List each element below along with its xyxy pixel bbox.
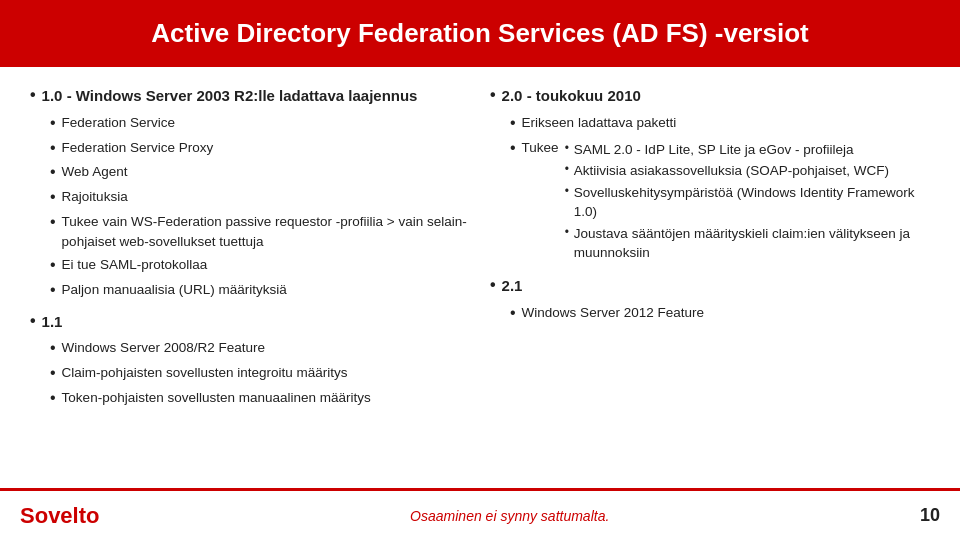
list-item: Paljon manuaalisia (URL) määrityksiä (50, 280, 470, 301)
version-2-0-title: 2.0 - toukokuu 2010 (490, 85, 930, 107)
list-item: Erikseen ladattava paketti (510, 113, 930, 134)
list-item: Ei tue SAML-protokollaa (50, 255, 470, 276)
page-header: Active Directory Federation Services (AD… (0, 0, 960, 67)
list-item: Aktiivisia asiakassovelluksia (SOAP-pohj… (565, 161, 930, 181)
list-item: Claim-pohjaisten sovellusten integroitu … (50, 363, 470, 384)
version-2-0-list: Erikseen ladattava paketti Tukee SAML 2.… (490, 113, 930, 265)
list-item: SAML 2.0 - IdP Lite, SP Lite ja eGov - p… (565, 140, 930, 160)
version-1-1-list: Windows Server 2008/R2 Feature Claim-poh… (30, 338, 470, 408)
list-item: Joustava sääntöjen määrityskieli claim:i… (565, 224, 930, 263)
left-column: 1.0 - Windows Server 2003 R2:lle ladatta… (30, 85, 470, 473)
footer-tagline: Osaaminen ei synny sattumalta. (410, 508, 609, 524)
version-1-0-list: Federation Service Federation Service Pr… (30, 113, 470, 301)
list-item: Token-pohjaisten sovellusten manuaalinen… (50, 388, 470, 409)
list-item: Sovelluskehitysympäristöä (Windows Ident… (565, 183, 930, 222)
header-title: Active Directory Federation Services (AD… (151, 18, 808, 48)
page-number: 10 (920, 505, 940, 526)
list-item: Windows Server 2008/R2 Feature (50, 338, 470, 359)
right-column: 2.0 - toukokuu 2010 Erikseen ladattava p… (490, 85, 930, 473)
version-1-1-title: 1.1 (30, 311, 470, 333)
list-item: Windows Server 2012 Feature (510, 303, 930, 324)
version-2-1-list: Windows Server 2012 Feature (490, 303, 930, 324)
list-item: Federation Service (50, 113, 470, 134)
list-item: Tukee vain WS-Federation passive request… (50, 212, 470, 251)
sovelto-logo: Sovelto (20, 503, 99, 529)
list-item: Rajoituksia (50, 187, 470, 208)
list-item: Tukee SAML 2.0 - IdP Lite, SP Lite ja eG… (510, 138, 930, 265)
main-content: 1.0 - Windows Server 2003 R2:lle ladatta… (0, 67, 960, 483)
list-item: Web Agent (50, 162, 470, 183)
list-item: Federation Service Proxy (50, 138, 470, 159)
page-footer: Sovelto Osaaminen ei synny sattumalta. 1… (0, 488, 960, 540)
version-2-1-title: 2.1 (490, 275, 930, 297)
tukee-sub-list: SAML 2.0 - IdP Lite, SP Lite ja eGov - p… (565, 140, 930, 265)
version-1-0-title: 1.0 - Windows Server 2003 R2:lle ladatta… (30, 85, 470, 107)
logo-text: S (20, 503, 35, 528)
